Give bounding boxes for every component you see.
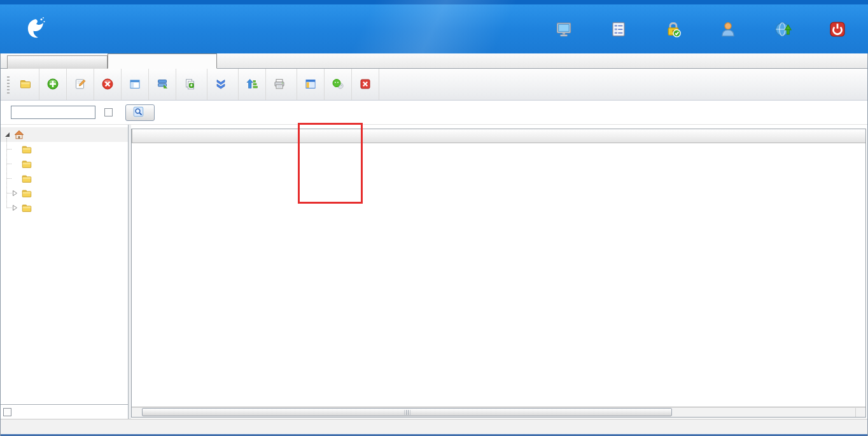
table-area <box>131 125 867 419</box>
window-chrome <box>0 53 868 436</box>
toolbar-button-body <box>46 78 59 92</box>
toolbar-button-details[interactable] <box>122 69 149 100</box>
tree-children <box>1 142 128 215</box>
toolbar-button-body <box>273 78 286 92</box>
header-action-documents[interactable] <box>598 20 639 40</box>
checkbox-icon[interactable] <box>104 108 113 116</box>
toolbar-button-sort[interactable] <box>239 69 266 100</box>
toolbar-button-org-folder[interactable] <box>12 69 39 100</box>
toolbar-button-batch[interactable] <box>149 69 176 100</box>
workbench-icon <box>555 20 573 38</box>
toolbar-button-close-window[interactable] <box>352 69 379 100</box>
app-header <box>0 0 868 53</box>
folder-icon <box>20 173 31 185</box>
tree-node-root[interactable] <box>1 127 128 142</box>
wechat-icon <box>332 78 344 90</box>
search-input[interactable] <box>11 106 95 119</box>
app-window <box>0 0 868 436</box>
show-resigned-checkbox[interactable] <box>104 108 115 116</box>
toolbar <box>1 69 867 101</box>
header-action-user-center[interactable] <box>762 20 803 40</box>
toolbar-button-body <box>156 78 169 92</box>
toolbar-button-body <box>74 78 87 92</box>
folder-icon <box>20 158 31 170</box>
header-action-exit[interactable] <box>817 20 858 40</box>
import-export-icon <box>183 78 196 90</box>
search-row <box>1 101 867 125</box>
user-center-icon <box>774 20 792 38</box>
brand <box>22 15 66 43</box>
folder-icon <box>20 144 31 155</box>
main-area <box>1 125 867 419</box>
scrollbar-thumb[interactable] <box>142 408 672 416</box>
toolbar-button-import-export[interactable] <box>176 69 207 100</box>
close-window-icon <box>359 78 372 90</box>
grid-header-row <box>132 129 865 143</box>
toolbar-button-body <box>332 78 344 92</box>
include-sub-checkbox[interactable] <box>3 408 11 416</box>
query-button[interactable] <box>125 104 155 121</box>
toolbar-button-print[interactable] <box>266 69 297 100</box>
tree-node-4[interactable] <box>1 200 128 215</box>
tree-expander-closed-icon[interactable] <box>11 190 18 196</box>
toolbar-button-body <box>129 78 141 92</box>
scroll-right-button[interactable] <box>855 408 865 417</box>
toolbar-button-add[interactable] <box>39 69 67 100</box>
tab-1[interactable] <box>108 53 217 69</box>
tab-strip <box>1 53 867 69</box>
status-bar <box>1 419 867 436</box>
header-action-switch-user[interactable] <box>708 20 748 40</box>
header-action-workbench[interactable] <box>543 20 584 40</box>
search-icon <box>133 106 144 119</box>
tree-node-0[interactable] <box>1 142 128 157</box>
password-icon <box>664 20 682 38</box>
scroll-left-button[interactable] <box>132 407 142 417</box>
ui-design-icon <box>304 78 317 90</box>
add-icon <box>46 78 59 90</box>
print-icon <box>273 78 286 90</box>
toolbar-button-body <box>214 78 227 92</box>
edit-icon <box>74 78 87 90</box>
toolbar-button-body <box>246 78 258 92</box>
toolbar-button-ui-design[interactable] <box>297 69 325 100</box>
details-icon <box>129 78 141 90</box>
row-indicator-header <box>132 129 132 143</box>
toolbar-button-body <box>19 78 32 92</box>
employee-grid <box>131 129 866 418</box>
toolbar-button-delete[interactable] <box>94 69 122 100</box>
folder-icon <box>20 188 31 199</box>
bind-card-icon <box>214 78 227 90</box>
brand-logo-icon <box>22 15 50 43</box>
toolbar-button-bind-card[interactable] <box>207 69 239 100</box>
home-icon <box>12 129 24 141</box>
header-action-password[interactable] <box>653 20 694 40</box>
tree-expander-open-icon[interactable] <box>3 132 11 137</box>
tree-footer <box>1 404 128 419</box>
documents-icon <box>610 20 627 38</box>
org-tree <box>1 125 128 404</box>
toolbar-button-wechat[interactable] <box>325 69 352 100</box>
toolbar-button-body <box>183 78 196 92</box>
tree-node-3[interactable] <box>1 186 128 200</box>
tree-node-2[interactable] <box>1 171 128 186</box>
header-quick-actions <box>543 20 858 40</box>
toolbar-button-body <box>101 78 114 92</box>
horizontal-scrollbar[interactable] <box>132 407 865 417</box>
toolbar-grip[interactable] <box>7 76 10 94</box>
tree-expander-closed-icon[interactable] <box>11 205 18 211</box>
toolbar-button-body <box>304 78 317 92</box>
delete-icon <box>101 78 114 90</box>
toolbar-button-body <box>359 78 372 92</box>
tab-0[interactable] <box>7 55 108 69</box>
org-folder-icon <box>19 78 32 90</box>
org-tree-panel <box>1 125 129 419</box>
sort-icon <box>246 78 258 90</box>
batch-icon <box>156 78 169 90</box>
tree-node-1[interactable] <box>1 157 128 171</box>
toolbar-button-edit[interactable] <box>67 69 94 100</box>
folder-icon <box>20 202 31 214</box>
switch-user-icon <box>719 20 737 38</box>
exit-icon <box>829 20 846 38</box>
